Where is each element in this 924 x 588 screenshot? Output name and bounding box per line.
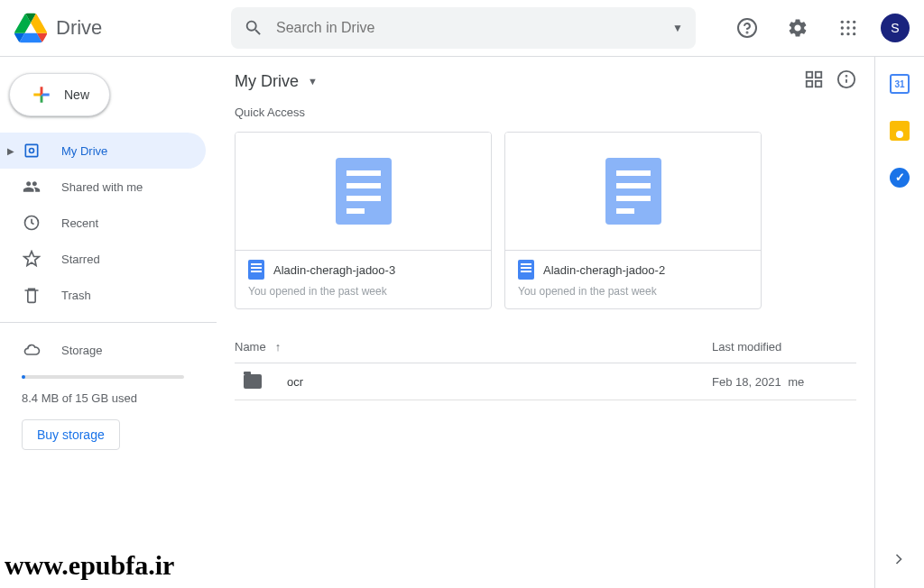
grid-view-button[interactable] (804, 69, 824, 93)
new-button[interactable]: New (9, 73, 110, 116)
card-subtitle: You opened in the past week (518, 285, 748, 298)
nav-label: Trash (61, 289, 91, 302)
keep-icon (890, 121, 910, 141)
sidepanel-toggle[interactable] (890, 550, 908, 572)
quick-card[interactable]: Aladin-cheragh-jadoo-2 You opened in the… (504, 132, 762, 309)
list-row[interactable]: ocr Feb 18, 2021 me (235, 363, 856, 400)
calendar-app[interactable]: 31 (889, 73, 910, 95)
column-name-label: Name (235, 340, 266, 354)
svg-point-5 (841, 26, 844, 29)
logo-area[interactable]: Drive (14, 12, 231, 44)
svg-point-20 (846, 76, 847, 77)
main-header: My Drive ▼ (235, 69, 856, 93)
nav-label: Storage (61, 344, 103, 357)
sidebar: New ▶ My Drive Shared with me Recent (0, 57, 217, 588)
docs-icon (605, 158, 661, 225)
file-name: ocr (287, 375, 303, 389)
keep-app[interactable] (889, 120, 910, 142)
apps-grid-icon (839, 19, 857, 37)
card-subtitle: You opened in the past week (248, 285, 478, 298)
svg-point-9 (846, 32, 849, 35)
buy-storage-button[interactable]: Buy storage (22, 419, 120, 450)
card-file-name: Aladin-cheragh-jadoo-3 (273, 263, 395, 277)
help-icon (736, 17, 758, 39)
nav-recent[interactable]: Recent (0, 205, 206, 241)
nav-starred[interactable]: Starred (0, 241, 206, 277)
info-icon (836, 69, 856, 89)
quick-card[interactable]: Aladin-cheragh-jadoo-3 You opened in the… (235, 132, 492, 309)
shared-icon (22, 177, 42, 197)
file-list: Name ↑ Last modified ocr Feb 18, 2021 me (235, 331, 856, 400)
nav-shared[interactable]: Shared with me (0, 169, 206, 205)
card-thumbnail (236, 133, 491, 250)
my-drive-icon (22, 141, 42, 161)
svg-point-10 (853, 32, 855, 35)
details-button[interactable] (836, 69, 856, 93)
column-name[interactable]: Name ↑ (235, 340, 712, 354)
column-modified[interactable]: Last modified (712, 340, 856, 354)
nav-label: Starred (61, 253, 100, 266)
chevron-right-icon (890, 550, 908, 568)
storage-usage-text: 8.4 MB of 15 GB used (0, 386, 217, 410)
trash-icon (22, 285, 42, 305)
product-name: Drive (56, 16, 102, 40)
svg-point-4 (853, 21, 855, 23)
calendar-icon: 31 (890, 74, 910, 94)
storage-bar (22, 375, 184, 379)
breadcrumb-label: My Drive (235, 72, 299, 91)
cloud-icon (22, 340, 42, 360)
quick-access-cards: Aladin-cheragh-jadoo-3 You opened in the… (235, 132, 856, 309)
svg-point-3 (846, 21, 849, 23)
new-button-label: New (64, 87, 89, 102)
nav-trash[interactable]: Trash (0, 277, 206, 313)
search-box[interactable]: ▼ (231, 7, 696, 49)
svg-rect-15 (816, 72, 821, 78)
svg-rect-17 (816, 81, 821, 87)
account-avatar[interactable]: S (881, 14, 910, 42)
watermark: www.epubfa.ir (5, 550, 174, 581)
svg-point-1 (747, 32, 748, 33)
caret-icon: ▶ (7, 146, 14, 156)
quick-access-heading: Quick Access (235, 106, 856, 119)
recent-icon (22, 213, 42, 233)
svg-point-2 (841, 21, 844, 23)
docs-file-icon (518, 260, 534, 280)
owner: me (788, 375, 804, 389)
plus-icon (30, 83, 53, 106)
support-button[interactable] (729, 10, 765, 46)
modified-date: Feb 18, 2021 (712, 375, 781, 389)
svg-point-8 (841, 32, 844, 35)
header: Drive ▼ S (0, 0, 924, 57)
svg-rect-14 (807, 72, 812, 78)
nav-label: Shared with me (61, 180, 143, 194)
search-icon (244, 18, 263, 38)
nav-label: My Drive (61, 144, 107, 158)
list-header: Name ↑ Last modified (235, 331, 856, 363)
tasks-app[interactable] (889, 167, 910, 188)
svg-point-7 (853, 26, 855, 29)
sort-arrow-icon: ↑ (275, 340, 282, 354)
svg-rect-11 (25, 144, 37, 156)
card-thumbnail (505, 133, 761, 250)
breadcrumb[interactable]: My Drive ▼ (235, 72, 318, 91)
svg-point-6 (846, 26, 849, 29)
nav-my-drive[interactable]: ▶ My Drive (0, 133, 206, 169)
search-input[interactable] (276, 20, 672, 36)
card-file-name: Aladin-cheragh-jadoo-2 (543, 263, 665, 277)
settings-button[interactable] (780, 10, 816, 46)
column-modified-label: Last modified (712, 340, 781, 354)
apps-button[interactable] (830, 10, 866, 46)
docs-file-icon (248, 260, 264, 280)
star-icon (22, 249, 42, 269)
nav-label: Recent (61, 216, 98, 230)
chevron-down-icon: ▼ (308, 76, 318, 87)
header-actions: S (729, 10, 910, 46)
search-options-icon[interactable]: ▼ (672, 22, 683, 34)
docs-icon (336, 158, 392, 225)
main-content: My Drive ▼ Quick Access Aladin-cherag (217, 57, 875, 588)
divider (0, 322, 217, 323)
nav-storage[interactable]: Storage (0, 332, 206, 368)
tasks-icon (890, 168, 910, 188)
svg-rect-16 (807, 81, 812, 87)
side-panel: 31 (875, 57, 924, 588)
